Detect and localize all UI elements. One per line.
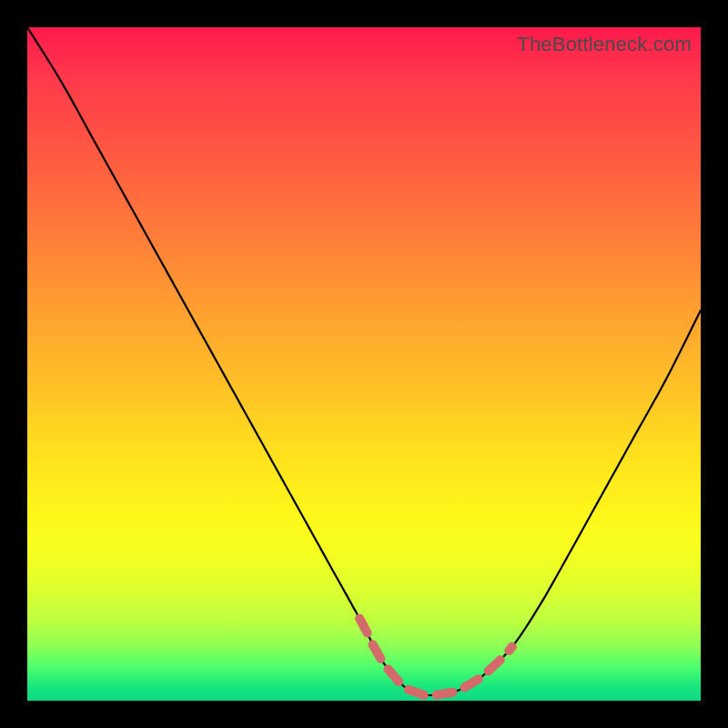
optimal-dash <box>388 669 399 682</box>
optimal-dash <box>464 679 478 687</box>
optimal-marker <box>359 619 512 695</box>
curve-layer <box>27 27 701 701</box>
optimal-dash <box>509 647 511 651</box>
plot-area: TheBottleneck.com <box>27 27 701 701</box>
optimal-dash <box>372 644 380 659</box>
bottleneck-curve <box>27 27 701 695</box>
chart-frame: TheBottleneck.com <box>0 0 728 728</box>
optimal-dash <box>359 619 367 633</box>
optimal-dash <box>437 693 453 695</box>
optimal-dash <box>409 690 424 695</box>
optimal-dash <box>489 660 500 671</box>
